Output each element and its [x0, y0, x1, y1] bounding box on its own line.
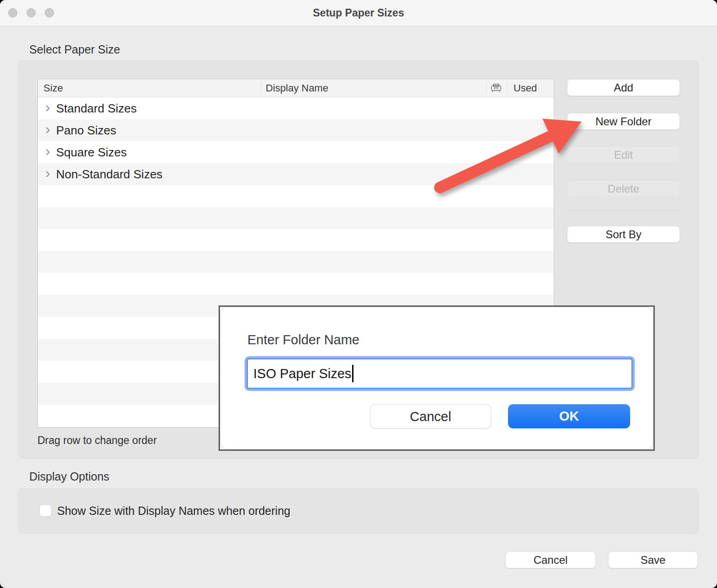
table-row-empty — [38, 273, 554, 295]
zoom-window-icon[interactable] — [45, 8, 54, 17]
add-button[interactable]: Add — [567, 79, 680, 96]
table-row-square-sizes[interactable]: › Square Sizes — [38, 141, 554, 163]
dialog-cancel-button[interactable]: Cancel — [370, 404, 491, 428]
enter-folder-name-dialog: Enter Folder Name ISO Paper Sizes Cancel… — [219, 305, 655, 451]
title-bar: Setup Paper Sizes — [0, 0, 717, 26]
chevron-right-icon[interactable]: › — [45, 144, 50, 157]
row-label: Non-Standard Sizes — [56, 167, 163, 182]
folder-name-value: ISO Paper Sizes — [253, 366, 351, 381]
column-header-size[interactable]: Size — [43, 79, 63, 97]
column-divider — [486, 82, 487, 94]
table-row-non-standard-sizes[interactable]: › Non-Standard Sizes — [38, 163, 554, 185]
save-button[interactable]: Save — [608, 551, 698, 568]
table-header: Size Display Name Used — [38, 79, 554, 97]
table-row-standard-sizes[interactable]: › Standard Sizes — [38, 97, 554, 119]
side-buttons-divider — [567, 210, 680, 211]
column-divider — [261, 82, 262, 94]
show-size-checkbox[interactable] — [39, 504, 52, 517]
table-row-pano-sizes[interactable]: › Pano Sizes — [38, 119, 554, 141]
show-size-checkbox-label: Show Size with Display Names when orderi… — [57, 504, 290, 518]
column-divider — [507, 82, 508, 94]
enter-folder-name-label: Enter Folder Name — [247, 332, 359, 347]
edit-button: Edit — [567, 146, 680, 163]
close-window-icon[interactable] — [8, 8, 17, 17]
chevron-right-icon[interactable]: › — [45, 101, 50, 113]
select-paper-size-heading: Select Paper Size — [29, 43, 120, 56]
table-row-empty — [38, 207, 554, 229]
chevron-right-icon[interactable]: › — [45, 166, 50, 179]
table-row-empty — [38, 251, 554, 273]
sort-by-button[interactable]: Sort By — [567, 226, 680, 243]
row-label: Standard Sizes — [56, 102, 137, 116]
chevron-right-icon[interactable]: › — [45, 123, 50, 135]
display-options-panel: Show Size with Display Names when orderi… — [18, 488, 699, 534]
drag-row-hint: Drag row to change order — [37, 434, 157, 447]
table-row-empty — [38, 229, 554, 251]
cancel-button[interactable]: Cancel — [505, 551, 596, 568]
row-label: Pano Sizes — [56, 123, 117, 138]
setup-paper-sizes-window: Setup Paper Sizes Select Paper Size Size… — [0, 0, 717, 588]
printer-icon — [491, 83, 502, 93]
folder-name-input[interactable]: ISO Paper Sizes — [247, 358, 632, 389]
display-options-heading: Display Options — [29, 470, 109, 483]
text-cursor — [352, 365, 353, 382]
column-header-display-name[interactable]: Display Name — [266, 79, 328, 97]
window-title: Setup Paper Sizes — [55, 0, 662, 26]
dialog-ok-button[interactable]: OK — [508, 404, 630, 428]
dialog-surface: Enter Folder Name ISO Paper Sizes Cancel… — [220, 307, 653, 449]
row-label: Square Sizes — [56, 145, 127, 160]
table-row-empty — [38, 185, 554, 207]
column-header-used[interactable]: Used — [514, 79, 537, 97]
delete-button: Delete — [567, 180, 680, 197]
minimize-window-icon[interactable] — [27, 8, 36, 17]
new-folder-button[interactable]: New Folder — [567, 113, 680, 130]
